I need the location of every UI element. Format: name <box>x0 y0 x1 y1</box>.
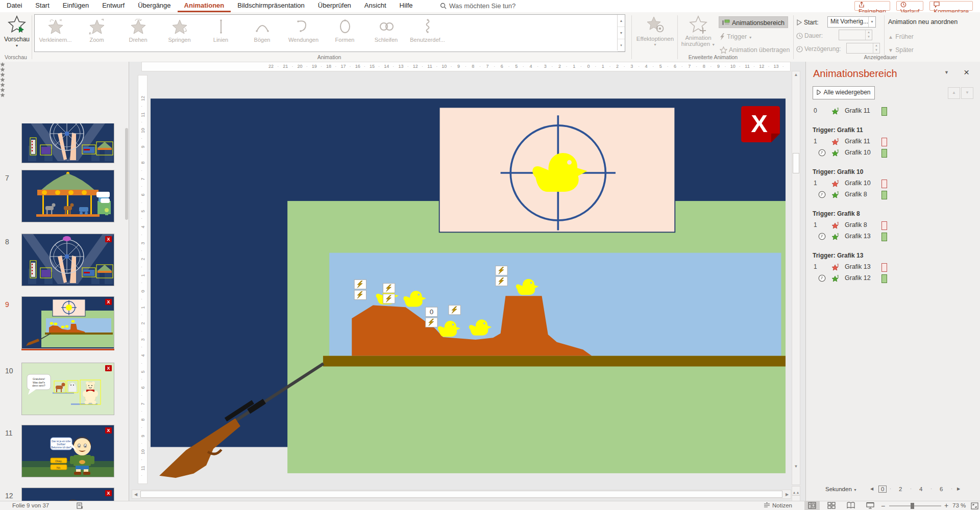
start-combo-arrow-icon[interactable]: ▼ <box>868 17 875 27</box>
slide-thumbnail-7[interactable] <box>21 170 114 224</box>
animation-entry[interactable]: 1 Grafik 11 <box>806 136 980 147</box>
trigger-bolt-icon[interactable] <box>426 318 437 327</box>
slide-thumbnail-10[interactable]: Gratuliere!Was darf'sdenn sein? X <box>21 363 114 417</box>
trigger-bolt-icon[interactable] <box>354 290 366 299</box>
trigger-bolt-icon[interactable] <box>449 305 460 315</box>
slide-thumbnail-8[interactable]: X <box>21 234 114 288</box>
animation-entry[interactable]: Grafik 13 <box>806 231 980 242</box>
gallery-item-path-custom[interactable]: Benutzerdef... <box>407 15 448 52</box>
trigger-bolt-icon[interactable] <box>354 279 366 289</box>
zoom-out-button[interactable]: − <box>881 502 885 510</box>
animation-pane-toggle[interactable]: Animationsbereich <box>719 16 788 28</box>
delay-spinner[interactable]: ▲▼ <box>846 43 880 54</box>
menu-tab-entwurf[interactable]: Entwurf <box>95 0 131 11</box>
thumbnail-scrollbar[interactable] <box>125 128 128 220</box>
kommentare-button[interactable]: Kommentare <box>929 1 973 11</box>
pane-close-icon[interactable]: × <box>964 67 969 78</box>
notes-button[interactable]: Notizen <box>764 502 792 508</box>
slideshow-view-button[interactable] <box>863 501 878 510</box>
menu-tab-bildschirmpräsentation[interactable]: Bildschirmpräsentation <box>231 0 311 11</box>
animation-entry[interactable]: 0 Grafik 11 <box>806 106 980 117</box>
add-animation-button[interactable]: Animation hinzufügen ▼ <box>679 14 717 47</box>
close-game-button[interactable]: X <box>741 106 780 142</box>
thumbnail-scene: Das ist ja ein tollerStoffbär!Bekomme ic… <box>22 425 114 477</box>
pane-menu-arrow-icon[interactable]: ▼ <box>944 70 949 75</box>
animation-painter-button[interactable]: Animation übertragen <box>720 45 790 54</box>
animation-entry[interactable]: 1 Grafik 8 <box>806 220 980 231</box>
freigeben-button[interactable]: Freigeben <box>854 1 890 11</box>
play-all-button[interactable]: Alle wiedergeben <box>813 86 875 99</box>
gallery-item-path-shapes[interactable]: Formen <box>324 15 365 52</box>
path-loops-icon <box>378 19 395 35</box>
gallery-item-path-loops[interactable]: Schleifen <box>365 15 407 52</box>
slide[interactable]: X 0 <box>151 98 786 484</box>
menu-tab-überprüfen[interactable]: Überprüfen <box>311 0 358 11</box>
spellcheck-icon[interactable] <box>77 502 85 509</box>
score-box[interactable]: 0 <box>426 307 437 316</box>
animation-entry[interactable]: Grafik 10 <box>806 147 980 159</box>
gallery-item-star-shrink[interactable]: Verkleinern... <box>35 15 76 52</box>
gallery-item-path-line[interactable]: Linien <box>200 15 241 52</box>
pane-move-down-button[interactable]: ▼ <box>961 87 973 99</box>
zoom-slider-thumb[interactable] <box>911 503 914 509</box>
gallery-item-star-turn[interactable]: Drehen <box>117 15 159 52</box>
menu-tab-einfügen[interactable]: Einfügen <box>56 0 95 11</box>
slide-thumbnail-partial[interactable] <box>21 123 114 163</box>
preview-button[interactable]: Vorschau ▼ <box>3 14 31 47</box>
slide-sorter-view-button[interactable] <box>824 501 839 510</box>
menu-tab-start[interactable]: Start <box>29 0 56 11</box>
search-label: Was möchten Sie tun? <box>449 2 516 10</box>
zoom-slider-track[interactable] <box>889 505 941 506</box>
add-animation-label1: Animation <box>679 35 717 41</box>
duration-spinner[interactable]: ▲▼ <box>839 30 872 40</box>
gallery-scroll[interactable]: ▲▼▾ <box>617 15 625 50</box>
gallery-item-star-jump[interactable]: Springen <box>159 15 200 52</box>
menu-tab-datei[interactable]: Datei <box>0 0 29 11</box>
timeline-left-icon[interactable]: ◀ <box>870 487 873 491</box>
start-combobox[interactable]: Mit Vorherig... ▼ <box>827 16 876 28</box>
thumb-close-icon: X <box>105 427 112 434</box>
animation-entry[interactable]: 1 Grafik 10 <box>806 178 980 189</box>
gallery-item-star-zoom[interactable]: Zoom <box>76 15 117 52</box>
animation-entry[interactable]: 1 Grafik 13 <box>806 262 980 273</box>
path-turns-icon <box>296 19 312 35</box>
canvas-hscrollbar[interactable]: ◀ ▶ <box>132 490 791 499</box>
trigger-bolt-icon[interactable] <box>383 294 395 303</box>
menu-tab-animationen[interactable]: Animationen <box>178 0 231 12</box>
animation-entry[interactable]: Grafik 8 <box>806 189 980 200</box>
canvas-vscrollbar[interactable]: ▲ ▼ <box>792 71 800 485</box>
slide-thumbnail-9[interactable]: X <box>21 296 114 351</box>
menu-tab-übergänge[interactable]: Übergänge <box>131 0 177 11</box>
counter-bar[interactable] <box>323 356 786 367</box>
timeline-right-icon[interactable]: ▶ <box>957 487 960 491</box>
reading-view-button[interactable] <box>843 501 859 510</box>
move-earlier-button[interactable]: ▲ Früher <box>888 32 914 41</box>
slide-thumbnail-11[interactable]: Das ist ja ein tollerStoffbär!Bekomme ic… <box>21 425 114 479</box>
menu-tab-ansicht[interactable]: Ansicht <box>358 0 393 11</box>
entrance-star-icon <box>831 274 840 283</box>
verlauf-button[interactable]: Verlauf <box>896 1 923 11</box>
zoom-percentage[interactable]: 73 % <box>952 502 966 508</box>
target-sign[interactable] <box>439 107 675 232</box>
trigger-bolt-icon[interactable] <box>383 284 395 293</box>
tell-me-search[interactable]: Was möchten Sie tun? <box>440 0 516 12</box>
gallery-item-path-arc[interactable]: Bögen <box>241 15 283 52</box>
move-later-button[interactable]: ▼ Später <box>888 45 914 54</box>
menu-tab-hilfe[interactable]: Hilfe <box>393 0 420 11</box>
trigger-bolt-icon[interactable] <box>496 266 507 275</box>
close-x-label: X <box>751 110 768 137</box>
pane-move-up-button[interactable]: ▲ <box>948 87 960 99</box>
gallery-item-path-turns[interactable]: Wendungen <box>283 15 324 52</box>
slide-thumbnail-12[interactable]: X <box>21 488 114 501</box>
animation-entry[interactable]: Grafik 12 <box>806 273 980 284</box>
fit-to-window-icon[interactable] <box>971 502 978 509</box>
trigger-bolt-icon[interactable] <box>496 276 507 286</box>
slide-number-status[interactable]: Folie 9 von 37 <box>12 502 49 508</box>
zoom-in-button[interactable]: + <box>944 501 948 509</box>
seconds-dropdown[interactable]: Sekunden ▼ <box>825 486 857 492</box>
entrance-star-icon <box>831 107 840 115</box>
previous-slide-button[interactable]: ▲▲ <box>792 486 800 495</box>
trigger-button[interactable]: Trigger ▼ <box>720 32 752 41</box>
normal-view-button[interactable] <box>804 501 820 510</box>
effect-options-button[interactable]: Effektoptionen ▼ <box>633 14 677 46</box>
